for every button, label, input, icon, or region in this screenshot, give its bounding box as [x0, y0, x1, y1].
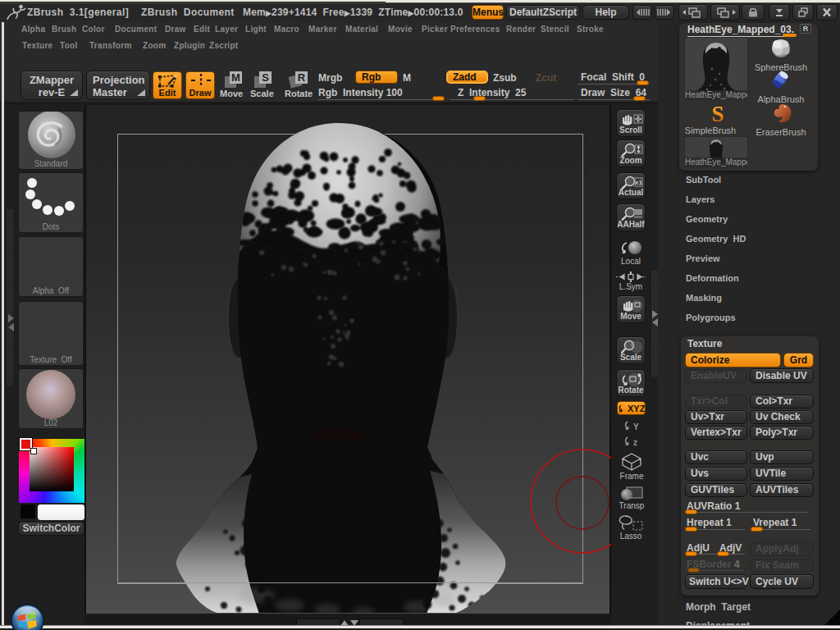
svg-text:R: R [298, 71, 306, 84]
svg-text:M: M [231, 71, 240, 84]
svg-text:z: z [633, 438, 637, 447]
svg-text:S: S [711, 103, 724, 126]
svg-text:x1: x1 [635, 179, 642, 186]
svg-text:S: S [262, 71, 269, 84]
svg-text:Y: Y [633, 422, 639, 431]
